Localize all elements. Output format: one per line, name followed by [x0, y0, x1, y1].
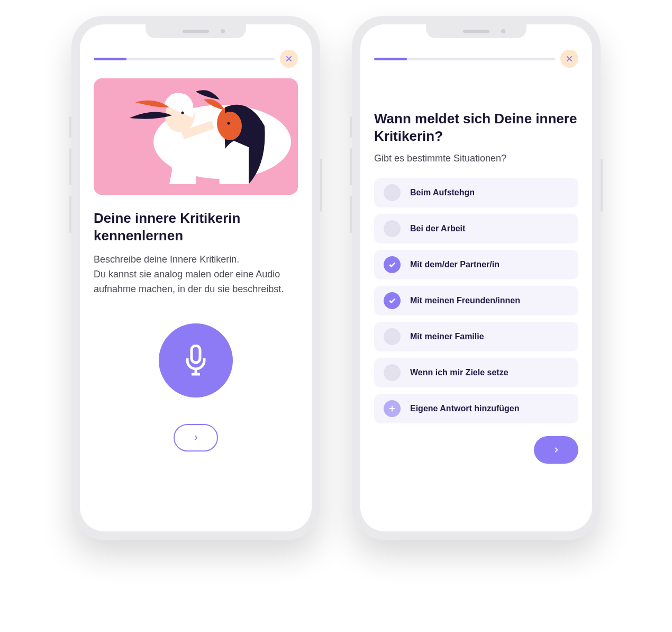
option-add-custom[interactable]: Eigene Antwort hinzufügen — [374, 394, 578, 423]
topbar — [374, 50, 578, 68]
option-label: Bei der Arbeit — [410, 224, 465, 233]
close-icon — [565, 55, 574, 63]
side-button — [350, 196, 352, 233]
microphone-icon — [183, 345, 209, 376]
chevron-right-icon — [192, 434, 199, 441]
option-item[interactable]: Beim Aufstehgn — [374, 178, 578, 207]
screen-intro: Deine innere Kritikerin kennenlernen Bes… — [80, 24, 312, 531]
svg-point-4 — [219, 112, 242, 140]
front-camera — [501, 29, 505, 33]
phone-mockup-1: Deine innere Kritikerin kennenlernen Bes… — [71, 16, 320, 540]
side-button — [69, 116, 71, 138]
option-item[interactable]: Mit meinen Freunden/innen — [374, 286, 578, 315]
check-icon — [384, 256, 401, 273]
side-button — [320, 159, 322, 212]
illustration-inner-critic — [94, 78, 298, 195]
close-button[interactable] — [280, 50, 298, 68]
side-button — [69, 148, 71, 185]
option-item[interactable]: Bei der Arbeit — [374, 214, 578, 243]
speaker-slot — [463, 30, 489, 33]
option-circle — [384, 328, 401, 345]
side-button — [69, 196, 71, 233]
phone-notch — [426, 24, 526, 38]
option-label: Beim Aufstehgn — [410, 188, 475, 197]
phone-mockup-2: Wann meldet sich Deine innere Kritikerin… — [352, 16, 601, 540]
close-button[interactable] — [560, 50, 578, 68]
option-circle — [384, 184, 401, 201]
option-label: Mit dem/der Partner/in — [410, 260, 500, 269]
progress-fill — [94, 58, 126, 60]
option-item[interactable]: Mit dem/der Partner/in — [374, 250, 578, 279]
svg-point-6 — [181, 112, 184, 114]
svg-point-5 — [228, 122, 230, 125]
phone-notch — [146, 24, 246, 38]
option-item[interactable]: Wenn ich mir Ziele setze — [374, 358, 578, 387]
question-subhead: Gibt es bestimmte Situationen? — [374, 153, 578, 164]
question-heading: Wann meldet sich Deine innere Kritikerin… — [374, 110, 578, 145]
next-button[interactable] — [174, 424, 218, 452]
front-camera — [221, 29, 225, 33]
screen-question: Wann meldet sich Deine innere Kritikerin… — [360, 24, 592, 531]
check-icon — [384, 292, 401, 309]
option-label: Eigene Antwort hinzufügen — [410, 404, 520, 413]
option-label: Mit meinen Freunden/innen — [410, 296, 520, 305]
option-circle — [384, 220, 401, 237]
option-label: Mit meiner Familie — [410, 332, 484, 341]
speaker-slot — [183, 30, 209, 33]
progress-bar — [374, 58, 555, 60]
page-heading: Deine innere Kritikerin kennenlernen — [94, 210, 298, 244]
side-button — [601, 159, 603, 212]
record-audio-button[interactable] — [159, 323, 233, 398]
chevron-right-icon — [552, 446, 560, 454]
option-item[interactable]: Mit meiner Familie — [374, 322, 578, 351]
next-button[interactable] — [534, 436, 578, 464]
progress-fill — [374, 58, 407, 60]
option-circle — [384, 364, 401, 381]
plus-icon — [384, 400, 401, 417]
side-button — [350, 116, 352, 138]
close-icon — [285, 55, 293, 63]
side-button — [350, 148, 352, 185]
progress-bar — [94, 58, 275, 60]
page-body: Beschreibe deine Innere Kritikerin. Du k… — [94, 252, 298, 297]
topbar — [94, 50, 298, 68]
options-list: Beim AufstehgnBei der ArbeitMit dem/der … — [374, 178, 578, 423]
svg-rect-7 — [192, 346, 200, 363]
option-label: Wenn ich mir Ziele setze — [410, 368, 508, 377]
